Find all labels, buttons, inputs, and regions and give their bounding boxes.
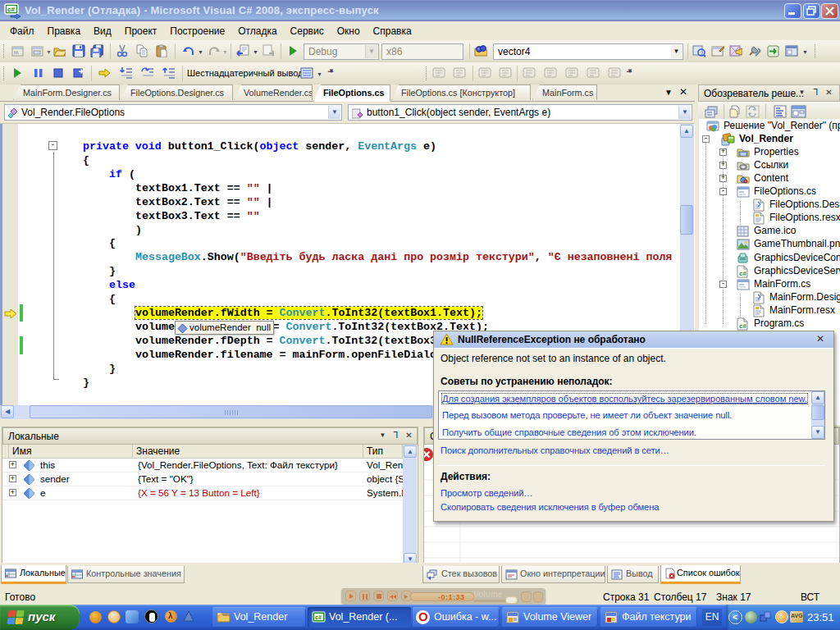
- svg-text:c#: c#: [739, 270, 746, 277]
- svg-text:c#: c#: [315, 614, 322, 620]
- svg-text:c#: c#: [739, 322, 746, 330]
- svg-text:c#: c#: [7, 6, 15, 13]
